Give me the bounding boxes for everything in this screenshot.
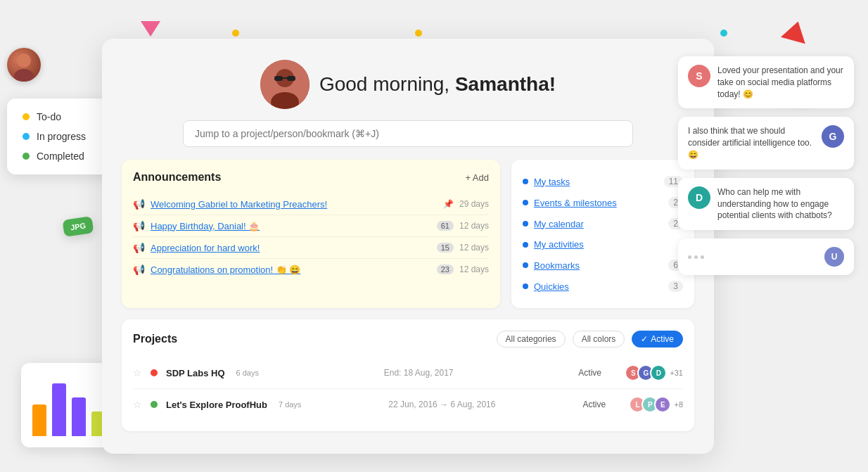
announcements-title: Announcements: [133, 171, 221, 184]
project-avatars-2: L P E +8: [633, 396, 683, 413]
project-dot-1: [151, 369, 158, 376]
task-item-calendar[interactable]: My calendar 2: [523, 213, 683, 234]
star-icon-2[interactable]: ☆: [133, 399, 142, 410]
project-row-2: ☆ Let's Explore ProofHub 7 days 22 Jun, …: [133, 389, 683, 420]
project-name-2: Let's Explore ProofHub: [166, 400, 267, 410]
filter-all-colors[interactable]: All colors: [573, 331, 625, 347]
announcement-days-2: 12 days: [459, 221, 489, 231]
legend-dot-inprogress: [23, 133, 30, 140]
project-days-2: 7 days: [279, 400, 301, 409]
task-dot-3: [523, 221, 528, 227]
checkmark-icon: ✓: [641, 334, 648, 344]
chat-avatar-2: G: [822, 125, 844, 148]
add-announcement-button[interactable]: + Add: [465, 172, 489, 183]
chat-input-avatar: U: [824, 247, 844, 267]
search-input[interactable]: [183, 120, 633, 147]
chat-bubble-3: D Who can help me with understanding how…: [678, 178, 854, 230]
task-dot-6: [523, 283, 528, 289]
deco-dot-yellow-1: [232, 30, 239, 37]
chat-text-3: Who can help me with understanding how t…: [717, 186, 844, 222]
deco-triangle-pink: [141, 21, 160, 37]
legend-label-completed: Completed: [37, 151, 84, 162]
project-dot-2: [151, 401, 158, 408]
chat-bubble-1: S Loved your presentation and your take …: [678, 56, 854, 108]
project-date-2: 22 Jun, 2016 → 6 Aug, 2016: [309, 400, 574, 409]
announcement-days-3: 12 days: [459, 243, 489, 253]
deco-dot-yellow-2: [415, 30, 422, 37]
star-icon-1[interactable]: ☆: [133, 367, 142, 378]
jpg-label: JPG: [70, 222, 86, 232]
task-link-6: Quickies: [534, 281, 663, 292]
task-item-quickies[interactable]: Quickies 3: [523, 276, 683, 297]
svg-point-0: [17, 53, 31, 68]
project-status-2: Active: [582, 400, 625, 409]
task-dot-2: [523, 200, 528, 205]
user-avatar-large: [260, 60, 309, 109]
task-item-bookmarks[interactable]: Bookmarks 6: [523, 255, 683, 276]
typing-dot-1: [688, 255, 691, 259]
task-count-6: 3: [668, 281, 683, 292]
typing-dot-2: [694, 255, 698, 259]
announcement-link-2[interactable]: Happy Birthday, Danial! 🎂: [151, 221, 431, 231]
project-avatars-1: S G D +31: [629, 364, 683, 381]
task-item-activities[interactable]: My activities: [523, 234, 683, 255]
announcement-days-4: 12 days: [459, 264, 489, 274]
legend-dot-completed: [23, 153, 30, 160]
chat-text-2: I also think that we should consider art…: [688, 125, 815, 160]
announcement-item: 📢 Happy Birthday, Danial! 🎂 61 12 days: [133, 215, 489, 237]
announcement-item: 📢 Welcoming Gabriel to Marketing Preache…: [133, 193, 489, 215]
deco-triangle-red: [781, 18, 810, 44]
announcement-badge-2: 61: [437, 221, 454, 231]
megaphone-icon: 📢: [133, 264, 145, 275]
project-days-1: 6 days: [236, 369, 259, 377]
project-date-1: End: 18 Aug, 2017: [267, 368, 570, 378]
project-avatar-2c: E: [654, 396, 671, 413]
svg-point-1: [14, 69, 34, 82]
task-link-2: Events & milestones: [534, 198, 663, 208]
megaphone-icon: 📢: [133, 242, 145, 253]
task-item-events[interactable]: Events & milestones 2: [523, 192, 683, 213]
filter-active[interactable]: ✓ Active: [632, 331, 683, 347]
announcement-link-4[interactable]: Congratulations on promotion! 👏 😄: [151, 264, 431, 275]
task-dot-5: [523, 262, 528, 268]
main-window: Good morning, Samantha! Announcements + …: [102, 39, 714, 454]
project-name-1: SDP Labs HQ: [166, 368, 225, 378]
announcement-badge-4: 23: [437, 264, 454, 274]
megaphone-icon: 📢: [133, 220, 145, 231]
task-link-1: My tasks: [534, 177, 658, 187]
project-status-1: Active: [578, 368, 620, 378]
chat-avatar-3: D: [688, 186, 710, 209]
chart-bar-3: [72, 397, 86, 436]
project-avatar-1c: D: [650, 364, 667, 381]
chat-panel: S Loved your presentation and your take …: [678, 56, 854, 275]
megaphone-icon: 📢: [133, 198, 145, 210]
announcement-link-1[interactable]: Welcoming Gabriel to Marketing Preachers…: [151, 199, 438, 210]
legend-item-inprogress: In progress: [23, 131, 108, 142]
jpg-badge: JPG: [63, 216, 94, 237]
greeting-row: Good morning, Samantha!: [260, 60, 556, 109]
task-dot-4: [523, 242, 528, 248]
announcements-header: Announcements + Add: [133, 171, 489, 184]
svg-rect-5: [274, 76, 283, 81]
task-dot-1: [523, 179, 528, 184]
chat-input-area[interactable]: U: [678, 238, 854, 275]
content-grid: Announcements + Add 📢 Welcoming Gabriel …: [122, 160, 694, 308]
project-avatar-count-2: +8: [674, 400, 683, 409]
typing-dot-3: [701, 255, 704, 259]
svg-rect-6: [287, 76, 295, 81]
legend-item-completed: Completed: [23, 151, 108, 162]
legend-dot-todo: [23, 113, 30, 120]
greeting-text: Good morning, Samantha!: [319, 73, 556, 96]
announcement-item: 📢 Congratulations on promotion! 👏 😄 23 1…: [133, 259, 489, 280]
announcement-link-3[interactable]: Appreciation for hard work!: [151, 243, 431, 253]
project-row-1: ☆ SDP Labs HQ 6 days End: 18 Aug, 2017 A…: [133, 357, 683, 389]
task-item-mytasks[interactable]: My tasks 11: [523, 171, 683, 192]
announcements-card: Announcements + Add 📢 Welcoming Gabriel …: [122, 160, 500, 308]
legend-label-inprogress: In progress: [37, 131, 86, 142]
projects-section: Projects All categories All colors ✓ Act…: [122, 319, 694, 431]
filter-all-categories[interactable]: All categories: [497, 331, 566, 347]
window-content: Good morning, Samantha! Announcements + …: [102, 39, 714, 454]
legend-label-todo: To-do: [37, 111, 61, 122]
projects-title: Projects: [133, 333, 490, 345]
project-avatar-count-1: +31: [670, 369, 683, 377]
